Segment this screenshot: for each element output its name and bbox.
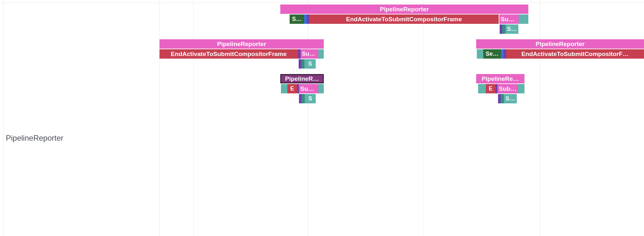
trace-slice[interactable]: Sub…: [497, 84, 518, 93]
trace-slice[interactable]: [318, 84, 324, 93]
trace-slice[interactable]: S…: [505, 24, 518, 34]
trace-slice[interactable]: [501, 94, 504, 103]
trace-slice[interactable]: [281, 84, 287, 93]
trace-slice[interactable]: EndActivateToSubmitCompositorFrame: [159, 49, 298, 59]
trace-slice[interactable]: [477, 49, 483, 59]
trace-slice[interactable]: PipelineReporter: [476, 39, 644, 49]
trace-slice[interactable]: [298, 49, 301, 59]
trace-slice[interactable]: S…: [290, 14, 304, 24]
time-gridline: [159, 0, 160, 236]
trace-slice[interactable]: [501, 49, 504, 59]
trace-slice[interactable]: [304, 14, 307, 24]
time-gridline: [540, 0, 540, 236]
time-gridline: [193, 0, 194, 236]
trace-slice[interactable]: Sub…: [299, 84, 318, 93]
trace-slice[interactable]: [518, 84, 524, 93]
trace-slice[interactable]: [500, 24, 502, 34]
trace-slice[interactable]: [299, 59, 301, 69]
trace-slice[interactable]: PipelineReporter: [159, 39, 324, 49]
trace-slice[interactable]: Sub…: [301, 49, 318, 59]
trace-slice[interactable]: [299, 94, 302, 103]
trace-slice[interactable]: S: [305, 94, 316, 103]
trace-slice[interactable]: Sub…: [499, 14, 519, 24]
trace-slice[interactable]: [301, 59, 304, 69]
trace-slice[interactable]: E: [287, 84, 297, 93]
time-gridline: [3, 0, 4, 236]
trace-slice[interactable]: [519, 14, 528, 24]
trace-viewport[interactable]: PipelineReporter PipelineReporterS…EndAc…: [0, 0, 644, 236]
trace-slice[interactable]: [502, 24, 505, 34]
trace-slice[interactable]: [307, 14, 309, 24]
trace-slice[interactable]: PipelineRe…: [476, 74, 524, 83]
trace-slice[interactable]: EndActivateToSubmitCompositorF…: [506, 49, 644, 59]
row-divider: [0, 3, 644, 3]
trace-slice[interactable]: E: [486, 84, 495, 93]
trace-slice[interactable]: PipelineR…: [280, 74, 324, 83]
time-gridline: [424, 0, 424, 236]
trace-slice[interactable]: Se…: [483, 49, 501, 59]
trace-slice[interactable]: S…: [504, 94, 517, 103]
time-gridline: [308, 0, 308, 236]
track-label: PipelineReporter: [6, 134, 63, 143]
trace-slice[interactable]: [504, 49, 506, 59]
trace-slice[interactable]: [478, 84, 486, 93]
trace-slice[interactable]: [302, 94, 305, 103]
trace-slice[interactable]: S: [304, 59, 316, 69]
trace-slice[interactable]: [318, 49, 324, 59]
trace-slice[interactable]: PipelineReporter: [280, 5, 528, 14]
trace-slice[interactable]: EndActivateToSubmitCompositorFrame: [309, 14, 499, 24]
trace-slice[interactable]: [498, 94, 501, 103]
